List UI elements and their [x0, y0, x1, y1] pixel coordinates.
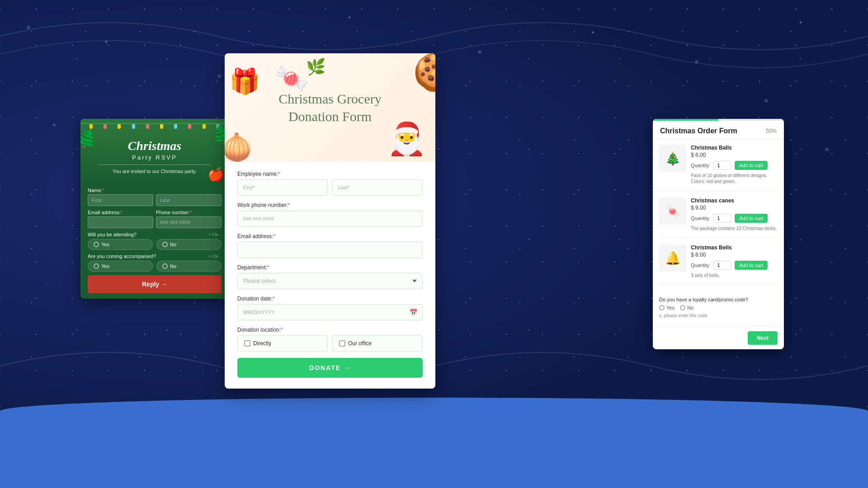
order-item-bells-details: Christmas Bells $ 8.00 Quantity Add to c… — [691, 244, 778, 278]
donation-donate-button[interactable]: DONATE → — [237, 358, 423, 378]
rsvp-accompanied-yes[interactable]: Yes — [88, 261, 153, 272]
order-progress-bar — [653, 119, 784, 121]
order-loyalty-section: Do you have a loyalty card/promo code? Y… — [653, 297, 784, 326]
rsvp-email-input[interactable] — [88, 216, 153, 228]
rsvp-header: 🌲 🌲 🍎 Christmas Party RSVP You are invit… — [80, 119, 229, 182]
rsvp-phone-field: Phone number:* — [156, 210, 222, 228]
bells-emoji: 🔔 — [665, 251, 681, 266]
order-item-balls-price: $ 6.00 — [691, 152, 778, 158]
deco-cookie: 🍪 — [413, 53, 435, 94]
order-loyalty-no-label: No — [687, 305, 693, 310]
canes-emoji: 🍬 — [665, 204, 681, 219]
order-item-bells-image: 🔔 — [659, 244, 686, 272]
donation-office-checkbox — [339, 340, 345, 347]
rsvp-attending-no-label: No — [170, 242, 176, 247]
order-bells-qty-input[interactable] — [713, 261, 731, 270]
rsvp-first-name[interactable] — [88, 194, 153, 206]
rsvp-radio-accompanied-yes-circle — [94, 263, 99, 269]
rsvp-last-name[interactable] — [156, 194, 222, 206]
rsvp-phone-label: Phone number:* — [156, 210, 222, 215]
donation-date-input[interactable] — [237, 304, 423, 320]
lights-decoration — [80, 119, 229, 132]
order-canes-add-button[interactable]: Add to cart — [735, 214, 768, 223]
donation-department-select[interactable]: Please select — [237, 273, 423, 289]
order-loyalty-yes-label: Yes — [666, 305, 675, 310]
order-loyalty-yes[interactable]: Yes — [659, 305, 675, 310]
donation-location-office[interactable]: Our office — [332, 335, 423, 352]
order-footer: Next — [653, 326, 784, 349]
donation-date-label: Donation date:* — [237, 296, 423, 302]
order-item-bells-name: Christmas Bells — [691, 244, 778, 251]
donation-email-label: Email address:* — [237, 233, 423, 239]
donation-email-input[interactable] — [237, 242, 423, 258]
order-item-bells: 🔔 Christmas Bells $ 8.00 Quantity Add to… — [659, 244, 778, 285]
order-canes-qty-input[interactable] — [713, 214, 731, 223]
donation-form: 🍃 🫐 🍪 🍬 🎁 🧅 🎅 🌿 Christmas GroceryDonatio… — [225, 53, 435, 389]
rsvp-attending-clear[interactable]: × Cle... — [208, 232, 222, 237]
order-canes-desc: The package contains 10 Christmas sticks… — [691, 225, 778, 231]
donation-last-name[interactable] — [332, 179, 423, 196]
donation-date-field: Donation date:* 📅 — [237, 296, 423, 320]
donation-phone-input[interactable] — [237, 211, 423, 227]
order-loyalty-yes-circle — [659, 305, 665, 310]
order-balls-desc: Pack of 10 globes of different designs. … — [691, 173, 778, 184]
order-balls-qty-input[interactable] — [713, 161, 731, 170]
donation-location-directly[interactable]: Directly — [237, 335, 328, 352]
order-body: 🎄 Christmas Balls $ 6.00 Quantity Add to… — [653, 139, 784, 297]
rsvp-form: 🌲 🌲 🍎 Christmas Party RSVP You are invit… — [80, 119, 229, 299]
rsvp-attending-no[interactable]: No — [156, 239, 222, 250]
rsvp-invite-text: You are invited to our Christmas party. — [90, 169, 220, 174]
donation-phone-label: Work phone number:* — [237, 202, 423, 208]
rsvp-email-field: Email address:* — [88, 210, 153, 228]
rsvp-body: Name:* Email address:* Phone number:* — [80, 182, 229, 299]
donation-department-label: Department:* — [237, 264, 423, 271]
rsvp-subtitle: Party RSVP — [90, 154, 220, 161]
rsvp-attending-yes-label: Yes — [101, 242, 109, 247]
order-item-canes-details: Christmas canes $ 9.00 Quantity Add to c… — [691, 197, 778, 231]
donation-location-label: Donation location:* — [237, 327, 423, 333]
donation-phone-field: Work phone number:* — [237, 202, 423, 227]
rsvp-radio-no-circle — [162, 242, 168, 247]
rsvp-reply-button[interactable]: Reply → — [88, 275, 222, 293]
order-bells-add-button[interactable]: Add to cart — [735, 261, 768, 270]
order-item-canes: 🍬 Christmas canes $ 9.00 Quantity Add to… — [659, 197, 778, 238]
order-progress-fill — [653, 119, 718, 121]
order-loyalty-label: Do you have a loyalty card/promo code? — [659, 297, 778, 302]
balls-emoji: 🎄 — [665, 151, 681, 166]
order-header: Christmas Order Form 50% — [653, 121, 784, 139]
donation-body: Employee name:* Work phone number:* Emai… — [225, 162, 435, 389]
rsvp-radio-yes-circle — [94, 242, 99, 247]
order-canes-qty-label: Quantity — [691, 216, 709, 221]
order-item-balls-image: 🎄 — [659, 145, 686, 172]
rsvp-attending-yes[interactable]: Yes — [88, 239, 153, 250]
order-progress-percent: 50% — [766, 128, 777, 134]
rsvp-attending-field: Will you be attending? × Cle... Yes No — [88, 232, 222, 250]
rsvp-attending-label: Will you be attending? — [88, 232, 137, 237]
rsvp-title: Christmas — [90, 139, 220, 153]
order-item-canes-image: 🍬 — [659, 197, 686, 225]
rsvp-name-field: Name:* — [88, 188, 222, 206]
rsvp-accompanied-no[interactable]: No — [156, 261, 222, 272]
order-bells-desc: 3 sets of bells. — [691, 272, 778, 278]
rsvp-accompanied-yes-label: Yes — [101, 263, 109, 269]
order-item-bells-price: $ 8.00 — [691, 252, 778, 258]
order-promo-hint: s, please enter the code — [659, 313, 778, 318]
deco-gift: 🎁 — [229, 67, 260, 96]
donation-employee-name-field: Employee name:* — [237, 171, 423, 196]
calendar-icon: 📅 — [410, 309, 417, 316]
rsvp-accompanied-label: Are you coming accompanied? — [88, 253, 156, 259]
donation-directly-checkbox — [244, 340, 250, 347]
order-item-balls-name: Christmas Balls — [691, 145, 778, 151]
rsvp-email-label: Email address:* — [88, 210, 153, 215]
rsvp-phone-input[interactable] — [156, 216, 222, 228]
order-next-button[interactable]: Next — [748, 331, 778, 345]
order-item-balls-details: Christmas Balls $ 6.00 Quantity Add to c… — [691, 145, 778, 184]
rsvp-accompanied-clear[interactable]: × Cle... — [208, 254, 222, 258]
order-balls-add-button[interactable]: Add to cart — [735, 161, 768, 170]
rsvp-accompanied-field: Are you coming accompanied? × Cle... Yes… — [88, 253, 222, 272]
donation-first-name[interactable] — [237, 179, 328, 196]
order-loyalty-no[interactable]: No — [680, 305, 693, 310]
donation-employee-name-label: Employee name:* — [237, 171, 423, 177]
donation-office-label: Our office — [348, 340, 372, 347]
rsvp-name-label: Name:* — [88, 188, 222, 193]
